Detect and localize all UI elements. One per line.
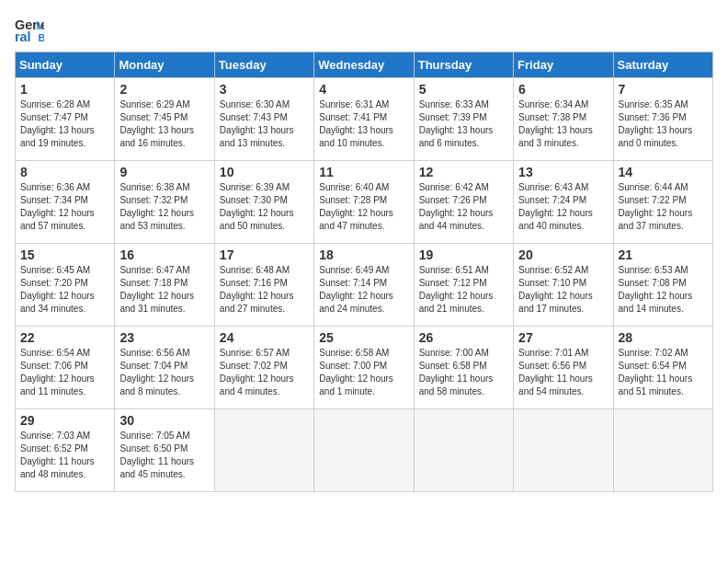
calendar-header-row: SundayMondayTuesdayWednesdayThursdayFrid…: [16, 52, 713, 78]
calendar-cell: [514, 409, 613, 492]
calendar-cell: 5 Sunrise: 6:33 AMSunset: 7:39 PMDayligh…: [414, 78, 513, 161]
calendar-cell: 25 Sunrise: 6:58 AMSunset: 7:00 PMDaylig…: [314, 327, 414, 409]
calendar-cell: 29 Sunrise: 7:03 AMSunset: 6:52 PMDaylig…: [16, 409, 115, 492]
calendar-cell: 9 Sunrise: 6:38 AMSunset: 7:32 PMDayligh…: [115, 161, 214, 244]
calendar-cell: 22 Sunrise: 6:54 AMSunset: 7:06 PMDaylig…: [16, 327, 115, 409]
calendar-cell: 6 Sunrise: 6:34 AMSunset: 7:38 PMDayligh…: [514, 78, 613, 161]
calendar-cell: 24 Sunrise: 6:57 AMSunset: 7:02 PMDaylig…: [214, 327, 313, 409]
day-header-monday: Monday: [115, 52, 214, 78]
calendar-cell: 8 Sunrise: 6:36 AMSunset: 7:34 PMDayligh…: [16, 161, 115, 244]
svg-text:Blue: Blue: [39, 32, 44, 43]
calendar-cell: 7 Sunrise: 6:35 AMSunset: 7:36 PMDayligh…: [613, 78, 712, 161]
logo-icon: Gene ral Blue: [15, 15, 44, 44]
calendar-cell: 19 Sunrise: 6:51 AMSunset: 7:12 PMDaylig…: [414, 244, 513, 327]
calendar-cell: 3 Sunrise: 6:30 AMSunset: 7:43 PMDayligh…: [214, 78, 313, 161]
day-header-friday: Friday: [514, 52, 613, 78]
calendar-cell: 30 Sunrise: 7:05 AMSunset: 6:50 PMDaylig…: [115, 409, 214, 492]
calendar-table: SundayMondayTuesdayWednesdayThursdayFrid…: [15, 52, 713, 492]
calendar-cell: 14 Sunrise: 6:44 AMSunset: 7:22 PMDaylig…: [613, 161, 712, 244]
calendar-cell: [314, 409, 414, 492]
day-header-saturday: Saturday: [613, 52, 712, 78]
calendar-row: 29 Sunrise: 7:03 AMSunset: 6:52 PMDaylig…: [16, 409, 713, 492]
calendar-cell: 4 Sunrise: 6:31 AMSunset: 7:41 PMDayligh…: [314, 78, 414, 161]
calendar-cell: 20 Sunrise: 6:52 AMSunset: 7:10 PMDaylig…: [514, 244, 613, 327]
logo: Gene ral Blue: [15, 15, 48, 44]
calendar-cell: 11 Sunrise: 6:40 AMSunset: 7:28 PMDaylig…: [314, 161, 414, 244]
calendar-cell: 26 Sunrise: 7:00 AMSunset: 6:58 PMDaylig…: [414, 327, 513, 409]
calendar-cell: [613, 409, 712, 492]
calendar-row: 8 Sunrise: 6:36 AMSunset: 7:34 PMDayligh…: [16, 161, 713, 244]
calendar-cell: 18 Sunrise: 6:49 AMSunset: 7:14 PMDaylig…: [314, 244, 414, 327]
calendar-cell: 13 Sunrise: 6:43 AMSunset: 7:24 PMDaylig…: [514, 161, 613, 244]
calendar-row: 22 Sunrise: 6:54 AMSunset: 7:06 PMDaylig…: [16, 327, 713, 409]
calendar-cell: 23 Sunrise: 6:56 AMSunset: 7:04 PMDaylig…: [115, 327, 214, 409]
calendar-row: 1 Sunrise: 6:28 AMSunset: 7:47 PMDayligh…: [16, 78, 713, 161]
calendar-cell: 15 Sunrise: 6:45 AMSunset: 7:20 PMDaylig…: [16, 244, 115, 327]
calendar-cell: [414, 409, 513, 492]
calendar-row: 15 Sunrise: 6:45 AMSunset: 7:20 PMDaylig…: [16, 244, 713, 327]
calendar-cell: 12 Sunrise: 6:42 AMSunset: 7:26 PMDaylig…: [414, 161, 513, 244]
calendar-cell: 16 Sunrise: 6:47 AMSunset: 7:18 PMDaylig…: [115, 244, 214, 327]
calendar-cell: 10 Sunrise: 6:39 AMSunset: 7:30 PMDaylig…: [214, 161, 313, 244]
calendar-cell: 2 Sunrise: 6:29 AMSunset: 7:45 PMDayligh…: [115, 78, 214, 161]
calendar-cell: [214, 409, 313, 492]
calendar-cell: 1 Sunrise: 6:28 AMSunset: 7:47 PMDayligh…: [16, 78, 115, 161]
svg-text:ral: ral: [15, 29, 31, 44]
calendar-cell: 17 Sunrise: 6:48 AMSunset: 7:16 PMDaylig…: [214, 244, 313, 327]
calendar-cell: 28 Sunrise: 7:02 AMSunset: 6:54 PMDaylig…: [613, 327, 712, 409]
day-header-tuesday: Tuesday: [214, 52, 313, 78]
day-header-wednesday: Wednesday: [314, 52, 414, 78]
page-header: Gene ral Blue: [15, 15, 713, 44]
calendar-cell: 27 Sunrise: 7:01 AMSunset: 6:56 PMDaylig…: [514, 327, 613, 409]
day-header-thursday: Thursday: [414, 52, 513, 78]
calendar-cell: 21 Sunrise: 6:53 AMSunset: 7:08 PMDaylig…: [613, 244, 712, 327]
day-header-sunday: Sunday: [16, 52, 115, 78]
